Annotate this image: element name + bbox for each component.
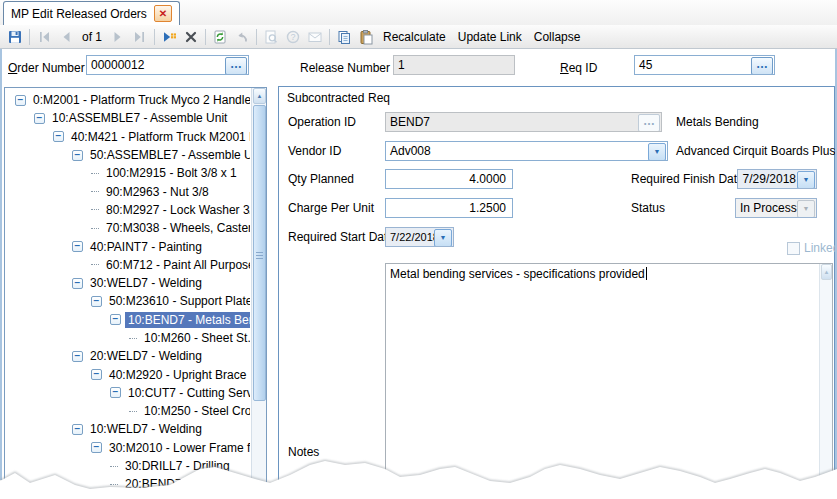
vendor-id-label: Vendor ID xyxy=(288,144,341,159)
tree-item-label: 40:M2920 - Upright Brace F... xyxy=(106,367,250,383)
tree-item[interactable]: −40:M421 - Platform Truck M2001 M... xyxy=(7,128,250,146)
collapse-icon[interactable]: − xyxy=(91,369,102,380)
tab-subcontracted[interactable]: Subcontracted xyxy=(287,91,364,106)
first-record-button xyxy=(33,28,55,46)
print-preview-button xyxy=(260,28,282,46)
next-record-button xyxy=(107,28,129,46)
close-icon[interactable]: ✕ xyxy=(154,5,172,22)
collapse-icon[interactable]: − xyxy=(110,387,121,398)
required-finish-date-input[interactable]: 7/29/2018 xyxy=(737,169,817,189)
start-date-dropdown-button[interactable] xyxy=(434,229,452,247)
tree-item[interactable]: −50:M23610 - Support Plate xyxy=(7,292,250,310)
next-record-icon xyxy=(110,29,126,45)
tree-item-label: 50:M23610 - Support Plate xyxy=(106,293,250,309)
collapse-icon[interactable]: − xyxy=(72,241,83,252)
required-start-date-input[interactable]: 7/22/2018 xyxy=(385,227,454,247)
operation-id-label: Operation ID xyxy=(288,115,356,130)
refresh-icon xyxy=(212,29,228,45)
tree-item[interactable]: −40:PAINT7 - Painting xyxy=(7,237,250,255)
tree-item-label: 10:ASSEMBLE7 - Assemble Unit xyxy=(49,110,230,126)
save-button[interactable] xyxy=(4,28,26,46)
tree-item-label: 50:ASSEMBLE7 - Assemble Unit xyxy=(87,147,250,163)
tree-item-label: 80:M2927 - Lock Washer 3/8 xyxy=(103,202,250,218)
document-tab[interactable]: MP Edit Released Orders ✕ xyxy=(3,1,180,25)
notes-scrollbar[interactable] xyxy=(819,264,832,499)
tree-item[interactable]: 90:M2963 - Nut 3/8 xyxy=(7,182,250,200)
req-id-input[interactable]: 45 xyxy=(634,55,775,75)
operation-id-field: BEND7 xyxy=(385,112,662,132)
tree-item[interactable]: 10:M250 - Steel Cro... xyxy=(7,402,250,420)
order-number-label: Order Number xyxy=(8,61,85,76)
svg-text:?: ? xyxy=(291,32,296,42)
vendor-id-input[interactable]: Adv008 xyxy=(385,141,668,161)
collapse-icon[interactable]: − xyxy=(91,296,102,307)
refresh-button[interactable] xyxy=(209,28,231,46)
tree-item[interactable]: 10:M260 - Sheet St... xyxy=(7,329,250,347)
tree-scrollbar-thumb[interactable] xyxy=(253,105,266,401)
notes-textarea[interactable]: Metal bending services - specifications … xyxy=(385,263,833,499)
collapse-icon[interactable]: − xyxy=(91,442,102,453)
tree-item[interactable]: 30:DRILL7 - Drilling xyxy=(7,457,250,475)
delete-button[interactable] xyxy=(180,28,202,46)
tree-item-label: 0:M2001 - Platform Truck Myco 2 Handle w… xyxy=(30,92,250,108)
tree-item[interactable]: 70:M3038 - Wheels, Caster... xyxy=(7,219,250,237)
tree-item[interactable]: −10:CUT7 - Cutting Servi... xyxy=(7,384,250,402)
collapse-icon[interactable]: − xyxy=(72,150,83,161)
vendor-dropdown-button[interactable] xyxy=(648,143,666,161)
req-id-value: 45 xyxy=(639,58,652,72)
status-dropdown-button xyxy=(797,200,815,218)
collapse-icon[interactable]: − xyxy=(53,131,64,142)
tree-item[interactable]: −50:ASSEMBLE7 - Assemble Unit xyxy=(7,146,250,164)
tree-scrollbar[interactable] xyxy=(251,88,266,498)
tree-item[interactable]: −40:M2920 - Upright Brace F... xyxy=(7,365,250,383)
tree-item-label: 20:WELD7 - Welding xyxy=(87,348,205,364)
scroll-up-icon[interactable] xyxy=(821,264,832,280)
tree-item[interactable]: −20:WELD7 - Welding xyxy=(7,347,250,365)
recalculate-button[interactable]: Recalculate xyxy=(377,30,452,44)
tree-item[interactable]: −10:BEND7 - Metals Ben... xyxy=(7,311,250,329)
tree-item[interactable]: 60:M712 - Paint All Purpose... xyxy=(7,256,250,274)
collapse-icon[interactable]: − xyxy=(72,278,83,289)
tree-item[interactable]: 100:M2915 - Bolt 3/8 x 1 xyxy=(7,164,250,182)
required-start-date-label: Required Start Date xyxy=(288,230,394,245)
update-link-button[interactable]: Update Link xyxy=(452,30,528,44)
finish-date-dropdown-button[interactable] xyxy=(797,171,815,189)
run-icon xyxy=(161,29,177,45)
charge-per-unit-input[interactable]: 1.2500 xyxy=(385,198,513,218)
collapse-icon[interactable]: − xyxy=(72,351,83,362)
qty-planned-input[interactable]: 4.0000 xyxy=(385,169,513,189)
tree-item[interactable]: −10:ASSEMBLE7 - Assemble Unit xyxy=(7,109,250,127)
order-number-input[interactable]: 00000012 xyxy=(86,55,249,75)
help-button: ? xyxy=(282,28,304,46)
email-icon xyxy=(307,29,323,45)
collapse-icon[interactable]: − xyxy=(110,314,121,325)
tree-item[interactable]: −30:M2010 - Lower Frame fo... xyxy=(7,439,250,457)
collapse-icon[interactable]: − xyxy=(15,95,26,106)
collapse-icon[interactable]: − xyxy=(72,424,83,435)
tree-item-label: 10:WELD7 - Welding xyxy=(87,421,205,437)
run-button[interactable] xyxy=(158,28,180,46)
copy-icon xyxy=(336,29,352,45)
tree-item[interactable]: 80:M2927 - Lock Washer 3/8 xyxy=(7,201,250,219)
order-tree-panel: −0:M2001 - Platform Truck Myco 2 Handle … xyxy=(4,87,267,499)
req-id-lookup-button[interactable] xyxy=(751,57,773,75)
paste-button[interactable] xyxy=(355,28,377,46)
last-record-icon xyxy=(132,29,148,45)
leaf-dash-icon xyxy=(91,173,99,174)
operation-description: Metals Bending xyxy=(676,115,759,130)
tree-item[interactable]: −0:M2001 - Platform Truck Myco 2 Handle … xyxy=(7,91,250,109)
tab-req[interactable]: Req xyxy=(368,91,390,106)
tree-item[interactable]: −10:WELD7 - Welding xyxy=(7,420,250,438)
release-number-label: Release Number xyxy=(300,61,390,76)
required-finish-date-label: Required Finish Date xyxy=(631,172,744,187)
scrollbar-grip-icon xyxy=(256,252,263,259)
collapse-button[interactable]: Collapse xyxy=(528,30,587,44)
tree-item[interactable]: −30:WELD7 - Welding xyxy=(7,274,250,292)
scroll-up-icon[interactable] xyxy=(253,88,266,104)
order-number-lookup-button[interactable] xyxy=(225,57,247,75)
collapse-icon[interactable]: − xyxy=(34,113,45,124)
copy-button[interactable] xyxy=(333,28,355,46)
tree-item-label: 40:M421 - Platform Truck M2001 M... xyxy=(68,129,250,145)
notes-value: Metal bending services - specifications … xyxy=(390,267,645,281)
tree-item[interactable]: 20:BEND7 - M... xyxy=(7,475,250,493)
